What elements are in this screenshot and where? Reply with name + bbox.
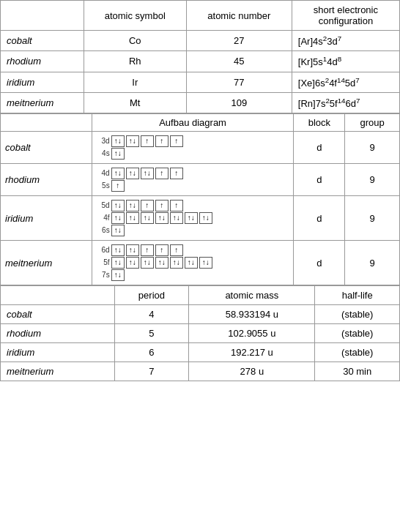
aufbau-diagram-iridium: 5d ↑↓ ↑↓ ↑ ↑ ↑ 4f ↑↓ ↑↓ ↑↓ ↑↓ ↑↓ ↑↓ ↑↓ xyxy=(92,196,294,241)
group-iridium: 9 xyxy=(345,196,400,241)
number-cobalt: 27 xyxy=(186,31,292,51)
group-meitnerium: 9 xyxy=(345,241,400,285)
config-rhodium: [Kr]5s14d8 xyxy=(292,51,399,72)
table-row: rhodium Rh 45 [Kr]5s14d8 xyxy=(1,51,400,72)
table-row: cobalt Co 27 [Ar]4s23d7 xyxy=(1,31,400,51)
element-aufbau-cobalt: cobalt xyxy=(1,132,92,164)
element-prop-iridium: iridium xyxy=(1,343,115,362)
mass-iridium: 192.217 u xyxy=(189,343,315,362)
element-name-cobalt: cobalt xyxy=(1,31,84,51)
halflife-iridium: (stable) xyxy=(315,343,400,362)
config-iridium: [Xe]6s24f145d7 xyxy=(292,72,399,92)
col-group: group xyxy=(345,114,400,132)
table-row: cobalt 3d ↑↓ ↑↓ ↑ ↑ ↑ 4s ↑↓ d 9 xyxy=(1,132,400,164)
aufbau-diagram-cobalt: 3d ↑↓ ↑↓ ↑ ↑ ↑ 4s ↑↓ xyxy=(92,132,294,164)
block-iridium: d xyxy=(294,196,345,241)
symbol-iridium: Ir xyxy=(84,72,186,92)
mass-cobalt: 58.933194 u xyxy=(189,305,315,324)
number-iridium: 77 xyxy=(186,72,292,92)
symbol-meitnerium: Mt xyxy=(84,92,186,113)
element-aufbau-rhodium: rhodium xyxy=(1,164,92,196)
number-rhodium: 45 xyxy=(186,51,292,72)
mass-rhodium: 102.9055 u xyxy=(189,324,315,343)
group-cobalt: 9 xyxy=(345,132,400,164)
aufbau-diagram-rhodium: 4d ↑↓ ↑↓ ↑↓ ↑ ↑ 5s ↑ xyxy=(92,164,294,196)
aufbau-diagram-meitnerium: 6d ↑↓ ↑↓ ↑ ↑ ↑ 5f ↑↓ ↑↓ ↑↓ ↑↓ ↑↓ ↑↓ ↑↓ xyxy=(92,241,294,285)
number-meitnerium: 109 xyxy=(186,92,292,113)
table-aufbau: Aufbau diagram block group cobalt 3d ↑↓ … xyxy=(0,113,400,285)
mass-meitnerium: 278 u xyxy=(189,362,315,381)
config-meitnerium: [Rn]7s25f146d7 xyxy=(292,92,399,113)
table-row: meitnerium 6d ↑↓ ↑↓ ↑ ↑ ↑ 5f ↑↓ ↑↓ ↑↓ xyxy=(1,241,400,285)
element-name-rhodium: rhodium xyxy=(1,51,84,72)
col-empty-1 xyxy=(1,1,84,31)
block-cobalt: d xyxy=(294,132,345,164)
col-empty-3 xyxy=(1,286,115,305)
table-row: iridium 5d ↑↓ ↑↓ ↑ ↑ ↑ 4f ↑↓ ↑↓ ↑↓ ↑↓ xyxy=(1,196,400,241)
table-row: iridium 6 192.217 u (stable) xyxy=(1,343,400,362)
halflife-meitnerium: 30 min xyxy=(315,362,400,381)
element-prop-rhodium: rhodium xyxy=(1,324,115,343)
table-row: meitnerium 7 278 u 30 min xyxy=(1,362,400,381)
block-rhodium: d xyxy=(294,164,345,196)
table-row: meitnerium Mt 109 [Rn]7s25f146d7 xyxy=(1,92,400,113)
element-prop-meitnerium: meitnerium xyxy=(1,362,115,381)
halflife-cobalt: (stable) xyxy=(315,305,400,324)
col-short-config: short electronicconfiguration xyxy=(292,1,399,31)
col-atomic-mass: atomic mass xyxy=(189,286,315,305)
table-electronic-config: atomic symbol atomic number short electr… xyxy=(0,0,400,113)
period-rhodium: 5 xyxy=(114,324,189,343)
table-row: cobalt 4 58.933194 u (stable) xyxy=(1,305,400,324)
group-rhodium: 9 xyxy=(345,164,400,196)
col-block: block xyxy=(294,114,345,132)
period-iridium: 6 xyxy=(114,343,189,362)
col-aufbau: Aufbau diagram xyxy=(92,114,294,132)
element-aufbau-iridium: iridium xyxy=(1,196,92,241)
config-cobalt: [Ar]4s23d7 xyxy=(292,31,399,51)
col-atomic-number: atomic number xyxy=(186,1,292,31)
halflife-rhodium: (stable) xyxy=(315,324,400,343)
table-properties: period atomic mass half-life cobalt 4 58… xyxy=(0,285,400,381)
col-period: period xyxy=(114,286,189,305)
table-row: rhodium 4d ↑↓ ↑↓ ↑↓ ↑ ↑ 5s ↑ d 9 xyxy=(1,164,400,196)
element-prop-cobalt: cobalt xyxy=(1,305,115,324)
col-atomic-symbol: atomic symbol xyxy=(84,1,186,31)
element-name-iridium: iridium xyxy=(1,72,84,92)
element-name-meitnerium: meitnerium xyxy=(1,92,84,113)
col-empty-2 xyxy=(1,114,92,132)
col-halflife: half-life xyxy=(315,286,400,305)
symbol-cobalt: Co xyxy=(84,31,186,51)
table-row: rhodium 5 102.9055 u (stable) xyxy=(1,324,400,343)
table-row: iridium Ir 77 [Xe]6s24f145d7 xyxy=(1,72,400,92)
period-cobalt: 4 xyxy=(114,305,189,324)
period-meitnerium: 7 xyxy=(114,362,189,381)
element-aufbau-meitnerium: meitnerium xyxy=(1,241,92,285)
symbol-rhodium: Rh xyxy=(84,51,186,72)
block-meitnerium: d xyxy=(294,241,345,285)
